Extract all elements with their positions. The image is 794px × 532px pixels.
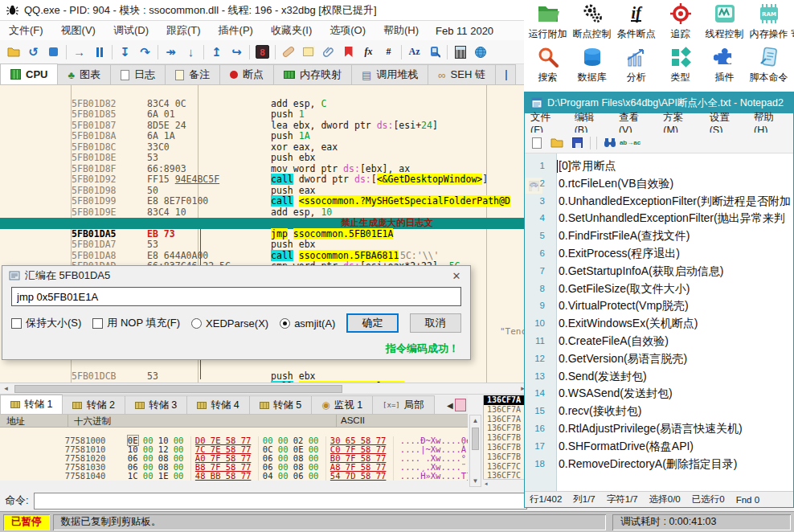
stack-pane[interactable]: 136CF7A 136CF7A 136CF7A 136CF7B 136CF7B …: [483, 395, 529, 487]
open-file-icon[interactable]: [548, 135, 566, 151]
scroll-down-arrow[interactable]: ▼: [470, 476, 481, 486]
launcher-partial-item[interactable]: 寄: [791, 2, 794, 41]
menu-item[interactable]: 帮助(H): [374, 23, 428, 38]
run-to-user-code-icon[interactable]: ↪: [227, 43, 247, 62]
disasm-row[interactable]: 5FB01DA166:833B 00cmp word ptr ds:[ebx],…: [0, 207, 529, 219]
tab-log[interactable]: 日志: [110, 64, 166, 84]
launcher-analyze[interactable]: 分析: [614, 45, 658, 84]
calculator-icon[interactable]: [450, 43, 470, 62]
tab-graph[interactable]: ♣图表: [57, 64, 111, 84]
open-file-icon[interactable]: [3, 43, 23, 62]
tab-dump-4[interactable]: 转储 4: [186, 395, 249, 414]
int8-icon[interactable]: 8: [252, 43, 272, 62]
text-line[interactable]: 90.VirtualProtect(Vmp脱壳): [525, 297, 793, 315]
tab-call-stack[interactable]: ▤调用堆栈: [351, 64, 428, 84]
hex-row[interactable]: 775810000E 00 10 00D0 7E 58 7700 00 02 0…: [0, 428, 468, 436]
disasm-row[interactable]: 5FB01D9E83C4 10add esp, 10: [0, 196, 529, 207]
launcher-types[interactable]: 类型: [658, 45, 702, 84]
step-out-icon[interactable]: ↥: [207, 43, 227, 62]
stack-row[interactable]: 136CF7A: [484, 415, 529, 424]
launcher-plugins[interactable]: 插件: [702, 45, 747, 84]
disasm-row[interactable]: 5FB01DA753push ebx: [0, 229, 529, 240]
disasm-row[interactable]: 5FB01D99E8 8E7F0100call <ssocommon.?MySH…: [0, 186, 529, 197]
text-line[interactable]: 120.GetVersion(易语言脱壳): [525, 350, 793, 368]
option-box-icon[interactable]: [11, 318, 22, 329]
tab-memory-map[interactable]: 内存映射: [273, 64, 352, 84]
launcher-memory-ops[interactable]: RAM 内存操作: [747, 2, 791, 41]
disasm-row[interactable]: 5FB01DCB53push ebx: [0, 360, 529, 371]
menu-item[interactable]: 视图(V): [52, 23, 104, 38]
comments-icon[interactable]: [298, 43, 318, 62]
text-line[interactable]: 100.ExitWindowsEx(关机断点): [525, 315, 793, 333]
text-line[interactable]: 140.WSASend(发送封包): [525, 385, 793, 403]
menu-item[interactable]: 文件(F): [525, 111, 569, 136]
patch-icon[interactable]: [278, 43, 298, 62]
disasm-row[interactable]: 5FB01D878D5E 24lea ebx, dword ptr ds:[es…: [0, 109, 529, 121]
assemble-option[interactable]: asmjit(A): [280, 316, 335, 330]
tab-breakpoints[interactable]: 断点: [219, 64, 274, 84]
tab-nav-arrows[interactable]: ◀: [447, 397, 482, 413]
text-line[interactable]: 60.ExitProcess(程序退出): [525, 245, 793, 263]
option-box-icon[interactable]: [92, 318, 103, 329]
launcher-breakpoint-control[interactable]: 断点控制: [570, 2, 614, 41]
menu-item[interactable]: 帮助(H): [748, 111, 793, 136]
disasm-row[interactable]: 5FB01D9850push eax: [0, 174, 529, 186]
menu-item[interactable]: 跟踪(T): [158, 23, 210, 38]
tab-seh-chain[interactable]: ∞SEH 链: [428, 64, 496, 84]
step-into-icon[interactable]: ↧: [115, 43, 135, 62]
disasm-row[interactable]: 5FB01D8C33C0xor eax, eax: [0, 131, 529, 142]
assemble-option[interactable]: XEDParse(X): [191, 316, 268, 330]
text-line[interactable]: 1[0]常用断点: [525, 158, 793, 175]
tab-dump-1[interactable]: 转储 1: [0, 395, 63, 414]
launcher-search[interactable]: 搜索: [526, 45, 570, 84]
scroll-thumb[interactable]: [472, 428, 479, 450]
disasm-row[interactable]: 5FB01D856A 01push 1: [0, 99, 529, 110]
ordinals-icon[interactable]: #: [379, 43, 399, 62]
text-line[interactable]: 160.RtlAdjustPrivilege(易语言快速关机): [525, 420, 793, 438]
close-icon[interactable]: ✕: [449, 270, 464, 282]
stack-row[interactable]: 136CF7C: [484, 462, 529, 472]
stack-row[interactable]: 136CF7A: [484, 395, 529, 405]
disasm-hscrollbar[interactable]: ◂ ▸: [0, 383, 529, 395]
ok-button[interactable]: 确定: [346, 313, 398, 333]
menu-item[interactable]: 调试(D): [104, 23, 158, 38]
stack-hscrollbar[interactable]: ◂: [483, 479, 529, 487]
bookmark-icon[interactable]: [338, 43, 358, 62]
text-line[interactable]: 130.Send(发送封包): [525, 368, 793, 386]
notepad2-editor[interactable]: 1[0]常用断点 20.rtcFileLen(VB自效验) 30.Unhandl…: [525, 153, 793, 491]
new-document-icon[interactable]: [528, 135, 546, 151]
menu-item[interactable]: 方案(M): [657, 111, 703, 136]
save-as-icon[interactable]: [568, 135, 586, 151]
launcher-database[interactable]: 数据库: [570, 45, 614, 84]
tab-dump-2[interactable]: 转储 2: [62, 395, 125, 414]
menu-item[interactable]: 编辑(B): [569, 111, 613, 136]
launcher-run-attach[interactable]: 运行附加: [526, 2, 570, 41]
tab-scroll-left-icon[interactable]: ◀: [447, 401, 453, 410]
menu-item[interactable]: 设置(S): [704, 111, 748, 136]
restart-icon[interactable]: ↺: [23, 43, 43, 62]
struct-tab-icon[interactable]: [455, 399, 466, 411]
tab-dump-5[interactable]: 转储 5: [249, 395, 312, 414]
assemble-instruction-input[interactable]: [11, 287, 461, 306]
disasm-row[interactable]: 5FB01D8F66:8903mov word ptr ds:[ebx], ax: [0, 153, 529, 164]
launcher-script[interactable]: 脚本命令: [747, 45, 791, 84]
text-line[interactable]: 80.GetFileSize(取文件大小): [525, 280, 793, 298]
disasm-row[interactable]: 5FB01D8E53push ebx: [0, 142, 529, 153]
disasm-row[interactable]: 5FB01D8A6A 1Apush 1A: [0, 121, 529, 132]
strings-icon[interactable]: Az: [404, 43, 424, 62]
pause-icon[interactable]: [89, 43, 109, 62]
launcher-thread-control[interactable]: 线程控制: [702, 2, 747, 41]
find-icon[interactable]: [601, 135, 619, 151]
tab-watch-1[interactable]: ◉监视 1: [311, 395, 373, 414]
tab-locals[interactable]: [x=]局部: [372, 395, 435, 414]
attach-icon[interactable]: [318, 43, 338, 62]
run-to-selection-icon[interactable]: ↠: [161, 43, 181, 62]
disasm-row[interactable]: 5FB01DA5EB 73jmp ssocommon.5FB01E1A禁止生成庞…: [0, 218, 529, 229]
disasm-row[interactable]: 5FB01DAD66:837C46 22 5Ccmp word ptr ds:[…: [0, 251, 529, 262]
tab-dump-3[interactable]: 转储 3: [125, 395, 187, 414]
command-input[interactable]: [34, 493, 527, 509]
scroll-up-arrow[interactable]: ▲: [470, 415, 481, 426]
text-area[interactable]: 1[0]常用断点 20.rtcFileLen(VB自效验) 30.Unhandl…: [525, 153, 793, 491]
handles-icon[interactable]: [424, 43, 444, 62]
run-icon[interactable]: →: [69, 43, 89, 62]
